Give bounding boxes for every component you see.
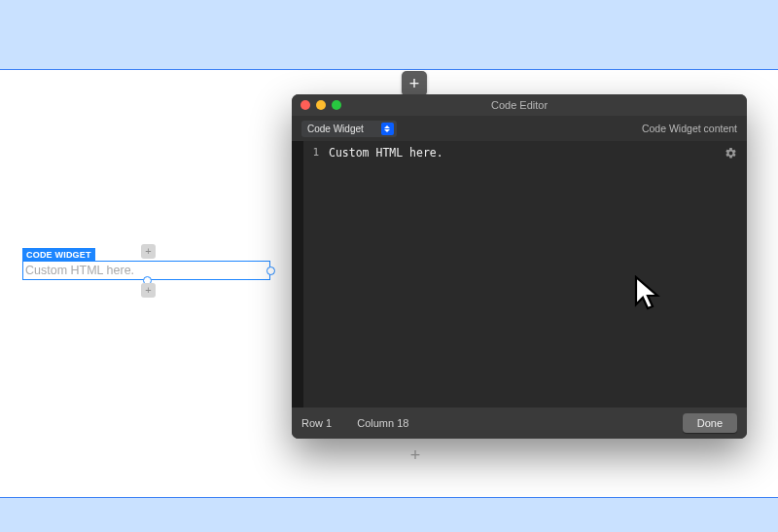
- close-icon[interactable]: [301, 100, 310, 110]
- chevron-updown-icon: [381, 123, 394, 135]
- status-column: Column 18: [357, 417, 408, 429]
- insert-row-button-bottom[interactable]: +: [405, 444, 426, 466]
- widget-select-dropdown[interactable]: Code Widget: [301, 121, 397, 137]
- add-before-button[interactable]: +: [141, 244, 156, 259]
- code-editor-window[interactable]: Code Editor Code Widget Code Widget cont…: [292, 94, 747, 439]
- plus-icon: +: [145, 246, 151, 257]
- breakpoint-gutter[interactable]: [292, 141, 303, 408]
- design-canvas[interactable]: + + CODE WIDGET Custom HTML here. + + Co…: [0, 0, 778, 532]
- done-button-label: Done: [697, 417, 723, 429]
- gear-icon[interactable]: [725, 147, 737, 162]
- canvas-band-top: [0, 0, 778, 70]
- zoom-icon[interactable]: [332, 100, 341, 110]
- line-number: 1: [312, 146, 319, 159]
- canvas-band-bottom: [0, 497, 778, 532]
- dropdown-selected-label: Code Widget: [307, 124, 364, 134]
- traffic-lights: [301, 100, 341, 110]
- minimize-icon[interactable]: [316, 100, 326, 110]
- resize-handle-right[interactable]: [266, 266, 275, 275]
- line-number-gutter: 1: [303, 141, 323, 408]
- code-widget-text: Custom HTML here.: [25, 264, 134, 277]
- editor-toolbar: Code Widget Code Widget content: [292, 116, 747, 141]
- toolbar-context-label: Code Widget content: [642, 123, 737, 134]
- insert-row-button-top[interactable]: +: [402, 71, 427, 96]
- code-content: Custom HTML here.: [329, 146, 443, 160]
- editor-statusbar: Row 1 Column 18 Done: [292, 408, 747, 439]
- done-button[interactable]: Done: [683, 413, 737, 433]
- plus-icon: +: [410, 446, 421, 464]
- plus-icon: +: [145, 285, 151, 296]
- status-row: Row 1: [301, 417, 332, 429]
- add-after-button[interactable]: +: [141, 283, 156, 298]
- window-titlebar[interactable]: Code Editor: [292, 94, 747, 116]
- code-text-area[interactable]: Custom HTML here.: [323, 141, 747, 408]
- code-area[interactable]: 1 Custom HTML here.: [292, 141, 747, 408]
- plus-icon: +: [409, 75, 420, 92]
- window-title: Code Editor: [292, 99, 747, 111]
- selection-label: CODE WIDGET: [22, 248, 95, 261]
